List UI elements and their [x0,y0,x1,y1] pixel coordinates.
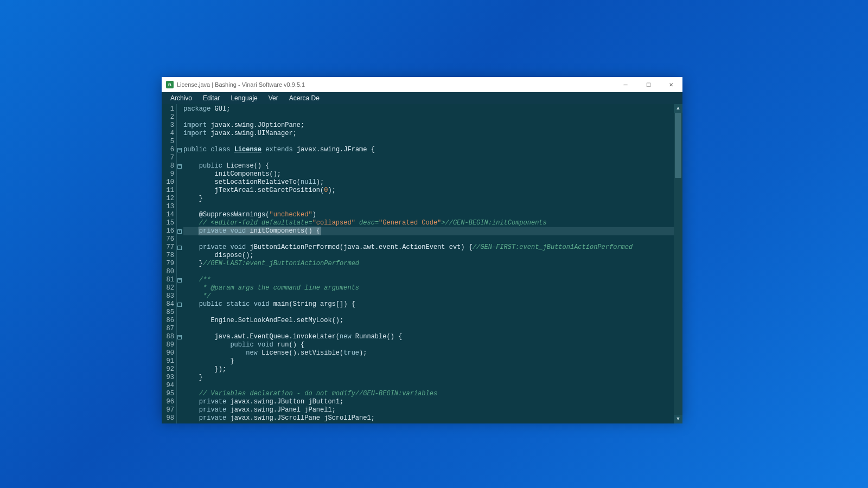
code-line[interactable]: private javax.swing.JPanel jPanel1; [183,406,674,414]
code-line[interactable]: import javax.swing.UIManager; [183,130,674,138]
line-number: 82 [162,284,174,292]
code-line[interactable]: setLocationRelativeTo(null); [183,178,674,187]
vertical-scrollbar[interactable]: ▲ ▼ [674,104,682,423]
menu-archivo[interactable]: Archivo [165,92,197,104]
scroll-up-icon[interactable]: ▲ [674,104,682,113]
code-line[interactable]: jTextArea1.setCaretPosition(0); [183,187,674,195]
line-number: 2 [162,113,174,121]
code-line[interactable]: Engine.SetLookAndFeel.setMyLook(); [183,317,674,325]
fold-collapse-icon[interactable] [177,300,181,309]
line-number: 11 [162,187,174,195]
line-number: 16 [162,227,174,235]
code-line[interactable]: } [183,374,674,382]
line-number: 95 [162,390,174,398]
code-area[interactable]: package GUI; import javax.swing.JOptionP… [181,104,674,423]
line-number: 9 [162,170,174,178]
fold-collapse-icon[interactable] [177,333,181,341]
code-line[interactable]: new License().setVisible(true); [183,349,674,357]
line-number: 5 [162,138,174,146]
line-number: 94 [162,382,174,390]
code-line[interactable]: private void jButton1ActionPerformed(jav… [183,243,674,252]
code-line[interactable]: public static void main(String args[]) { [183,300,674,309]
window-title: License.java | Bashing - Vinari Software… [177,81,305,88]
code-line[interactable]: public class License extends javax.swing… [183,146,674,154]
code-line[interactable]: public void run() { [183,341,674,349]
code-line[interactable] [183,203,674,211]
code-line[interactable]: }//GEN-LAST:event_jButton1ActionPerforme… [183,260,674,268]
line-number: 96 [162,398,174,406]
close-icon: ✕ [669,82,673,88]
maximize-icon: ☐ [646,82,651,88]
code-line[interactable]: import javax.swing.JOptionPane; [183,121,674,130]
code-line[interactable]: // Variables declaration - do not modify… [183,390,674,398]
line-number: 83 [162,292,174,300]
line-number: 7 [162,154,174,162]
code-line[interactable]: /** [183,276,674,284]
code-line[interactable]: dispose(); [183,252,674,260]
menu-ver[interactable]: Ver [263,92,284,104]
code-line[interactable]: java.awt.EventQueue.invokeLater(new Runn… [183,333,674,341]
code-line[interactable]: private void initComponents() { [183,227,674,235]
code-line[interactable]: package GUI; [183,105,674,113]
maximize-button[interactable]: ☐ [637,77,660,92]
line-number: 93 [162,374,174,382]
line-number: 77 [162,243,174,252]
line-number: 13 [162,203,174,211]
fold-expand-icon[interactable] [177,227,181,235]
code-line[interactable] [183,154,674,162]
close-button[interactable]: ✕ [660,77,682,92]
line-number: 90 [162,349,174,357]
line-number: 8 [162,162,174,170]
line-number: 88 [162,333,174,341]
minimize-button[interactable]: ─ [614,77,637,92]
code-line[interactable]: @SuppressWarnings("unchecked") [183,211,674,219]
titlebar[interactable]: B License.java | Bashing - Vinari Softwa… [162,77,682,92]
code-line[interactable]: // <editor-fold defaultstate="collapsed"… [183,219,674,227]
line-number: 91 [162,357,174,365]
code-line[interactable] [183,113,674,121]
line-number: 10 [162,178,174,187]
code-line[interactable] [183,382,674,390]
menu-lenguaje[interactable]: Lenguaje [225,92,263,104]
line-number: 78 [162,252,174,260]
fold-collapse-icon[interactable] [177,276,181,284]
scroll-down-icon[interactable]: ▼ [674,415,682,423]
line-number: 89 [162,341,174,349]
line-number: 12 [162,195,174,203]
code-line[interactable]: } [183,195,674,203]
menu-editar[interactable]: Editar [197,92,225,104]
code-line[interactable] [183,325,674,333]
code-line[interactable]: initComponents(); [183,170,674,178]
menubar: Archivo Editar Lenguaje Ver Acerca De [162,92,682,104]
fold-collapse-icon[interactable] [177,162,181,170]
fold-collapse-icon[interactable] [177,243,181,252]
line-number: 85 [162,309,174,317]
code-line[interactable]: public License() { [183,162,674,170]
fold-collapse-icon[interactable] [177,146,181,154]
line-number: 97 [162,406,174,414]
code-line[interactable]: * @param args the command line arguments [183,284,674,292]
line-number: 1 [162,105,174,113]
code-line[interactable]: private javax.swing.JScrollPane jScrollP… [183,414,674,422]
code-line[interactable]: private javax.swing.JButton jButton1; [183,398,674,406]
code-line[interactable]: } [183,357,674,365]
menu-acerca[interactable]: Acerca De [284,92,325,104]
line-number: 79 [162,260,174,268]
fold-column[interactable] [177,104,181,423]
line-number: 76 [162,235,174,243]
code-line[interactable] [183,268,674,276]
code-line[interactable] [183,138,674,146]
line-number: 98 [162,414,174,422]
line-number: 6 [162,146,174,154]
line-number: 81 [162,276,174,284]
scrollbar-thumb[interactable] [675,113,681,178]
code-line[interactable]: */ [183,292,674,300]
line-number: 84 [162,300,174,309]
code-editor[interactable]: 1234567891011121314151676777879808182838… [162,104,682,423]
code-line[interactable]: }); [183,365,674,374]
app-icon: B [166,81,174,88]
code-line[interactable] [183,309,674,317]
line-number: 15 [162,219,174,227]
code-line[interactable] [183,235,674,243]
line-number-gutter: 1234567891011121314151676777879808182838… [162,104,177,423]
